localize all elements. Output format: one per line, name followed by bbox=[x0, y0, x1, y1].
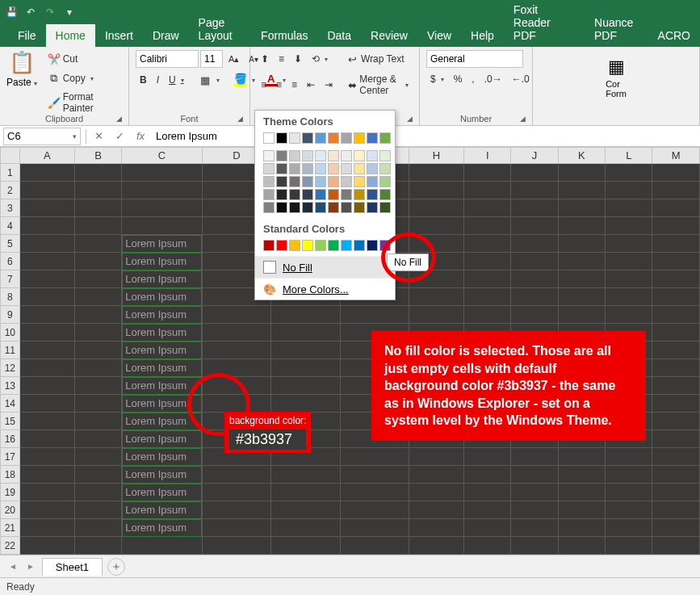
color-swatch[interactable] bbox=[302, 163, 313, 174]
cell[interactable] bbox=[652, 359, 700, 377]
increase-font-icon[interactable]: A▴ bbox=[224, 52, 243, 67]
column-header[interactable]: H bbox=[409, 148, 463, 164]
tab-file[interactable]: File bbox=[8, 24, 46, 47]
dialog-launcher-icon[interactable]: ◢ bbox=[116, 115, 122, 123]
increase-indent-icon[interactable]: ⇥ bbox=[321, 77, 337, 93]
cell[interactable]: Lorem Ipsum bbox=[122, 484, 203, 501]
cell[interactable] bbox=[464, 519, 511, 537]
cell[interactable] bbox=[122, 217, 203, 235]
cell[interactable] bbox=[202, 466, 271, 484]
cell[interactable] bbox=[122, 182, 203, 199]
cell[interactable] bbox=[202, 537, 271, 555]
cell[interactable] bbox=[202, 324, 271, 341]
italic-button[interactable]: I bbox=[153, 72, 163, 88]
column-header[interactable]: B bbox=[74, 148, 121, 164]
color-swatch[interactable] bbox=[315, 163, 326, 174]
color-swatch[interactable] bbox=[341, 176, 352, 187]
cell[interactable] bbox=[606, 288, 652, 306]
cell[interactable] bbox=[511, 448, 558, 466]
cell[interactable] bbox=[464, 182, 511, 199]
cell[interactable] bbox=[606, 537, 652, 555]
color-swatch[interactable] bbox=[341, 132, 352, 144]
copy-button[interactable]: ⧉Copy bbox=[44, 69, 122, 87]
color-swatch[interactable] bbox=[302, 176, 313, 187]
color-swatch[interactable] bbox=[328, 176, 339, 187]
cell[interactable] bbox=[558, 164, 605, 182]
cell[interactable] bbox=[652, 199, 700, 217]
cell[interactable] bbox=[511, 466, 558, 484]
qat-customize-icon[interactable]: ▾ bbox=[63, 6, 76, 19]
color-swatch[interactable] bbox=[276, 202, 287, 213]
fx-icon[interactable]: fx bbox=[130, 130, 151, 142]
color-swatch[interactable] bbox=[328, 150, 339, 161]
cell[interactable] bbox=[652, 448, 700, 466]
underline-button[interactable]: U bbox=[165, 72, 188, 88]
cell[interactable] bbox=[74, 448, 121, 466]
cell[interactable] bbox=[652, 324, 700, 341]
cell[interactable] bbox=[464, 217, 511, 235]
color-swatch[interactable] bbox=[302, 189, 313, 200]
cell[interactable] bbox=[558, 235, 605, 253]
cell[interactable] bbox=[19, 288, 74, 306]
paste-button[interactable]: 📋 Paste bbox=[6, 50, 37, 88]
cell[interactable] bbox=[340, 306, 409, 324]
row-header[interactable]: 12 bbox=[1, 359, 20, 377]
cell[interactable] bbox=[606, 466, 652, 484]
tab-insert[interactable]: Insert bbox=[95, 24, 143, 47]
cell[interactable]: Lorem Ipsum bbox=[122, 341, 203, 359]
tab-draw[interactable]: Draw bbox=[143, 24, 189, 47]
cell[interactable] bbox=[558, 537, 605, 555]
cell[interactable] bbox=[74, 501, 121, 519]
tab-review[interactable]: Review bbox=[361, 24, 417, 47]
cell[interactable] bbox=[409, 217, 463, 235]
color-swatch[interactable] bbox=[315, 132, 326, 144]
cell[interactable] bbox=[202, 501, 271, 519]
select-all-cell[interactable] bbox=[1, 148, 20, 164]
cell[interactable] bbox=[19, 270, 74, 288]
color-swatch[interactable] bbox=[379, 176, 391, 187]
cell[interactable] bbox=[464, 199, 511, 217]
cell[interactable] bbox=[74, 306, 121, 324]
cell[interactable] bbox=[652, 413, 700, 430]
cell[interactable] bbox=[558, 466, 605, 484]
color-swatch[interactable] bbox=[328, 163, 339, 174]
color-swatch[interactable] bbox=[354, 150, 365, 161]
cell[interactable] bbox=[464, 235, 511, 253]
cell[interactable] bbox=[606, 501, 652, 519]
cell[interactable] bbox=[202, 519, 271, 537]
color-swatch[interactable] bbox=[354, 202, 365, 213]
column-header[interactable]: J bbox=[511, 148, 558, 164]
cell[interactable] bbox=[271, 306, 340, 324]
color-swatch[interactable] bbox=[379, 132, 391, 144]
cell[interactable] bbox=[19, 182, 74, 199]
cell[interactable] bbox=[606, 164, 652, 182]
cell[interactable]: Lorem Ipsum bbox=[122, 235, 203, 253]
color-swatch[interactable] bbox=[289, 132, 300, 144]
cell[interactable] bbox=[558, 182, 605, 199]
number-format-input[interactable] bbox=[426, 50, 523, 68]
cell[interactable] bbox=[74, 359, 121, 377]
color-swatch[interactable] bbox=[263, 176, 275, 187]
row-header[interactable]: 3 bbox=[1, 199, 20, 217]
color-swatch[interactable] bbox=[302, 150, 313, 161]
cell[interactable] bbox=[271, 377, 340, 395]
cell[interactable] bbox=[558, 199, 605, 217]
cell[interactable] bbox=[558, 484, 605, 501]
cell[interactable] bbox=[511, 288, 558, 306]
color-swatch[interactable] bbox=[263, 240, 275, 251]
cell[interactable] bbox=[652, 306, 700, 324]
color-swatch[interactable] bbox=[367, 189, 378, 200]
align-middle-icon[interactable]: ≡ bbox=[275, 51, 288, 67]
cell[interactable] bbox=[271, 519, 340, 537]
color-swatch[interactable] bbox=[315, 240, 326, 251]
tab-help[interactable]: Help bbox=[461, 24, 504, 47]
cell[interactable] bbox=[74, 270, 121, 288]
cell[interactable] bbox=[652, 395, 700, 413]
color-swatch[interactable] bbox=[354, 189, 365, 200]
column-header[interactable]: K bbox=[558, 148, 605, 164]
color-swatch[interactable] bbox=[315, 150, 326, 161]
color-swatch[interactable] bbox=[367, 132, 378, 144]
borders-button[interactable]: ▦ bbox=[195, 71, 224, 89]
cell[interactable] bbox=[652, 217, 700, 235]
column-header[interactable]: M bbox=[652, 148, 700, 164]
